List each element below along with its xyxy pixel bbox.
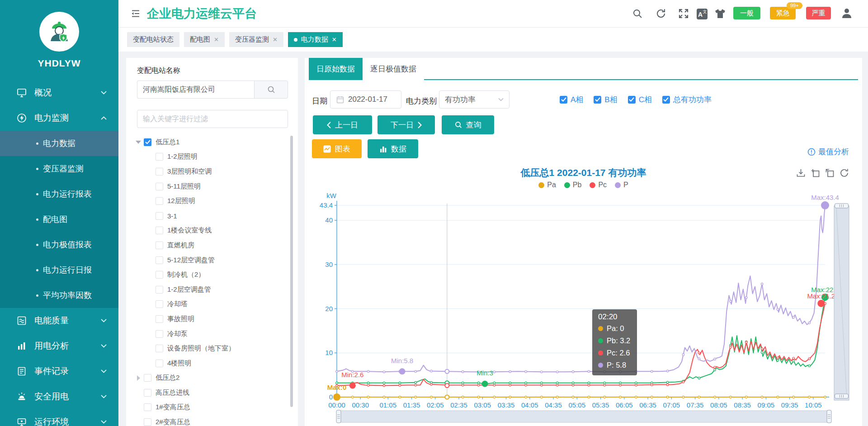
tree-checkbox[interactable] <box>156 345 163 352</box>
next-day-button[interactable]: 下一日 <box>377 115 435 134</box>
tree-checkbox[interactable] <box>156 271 163 279</box>
phase-checkbox-总有功功率[interactable]: 总有功功率 <box>662 95 712 105</box>
tree-checkbox[interactable] <box>156 286 163 293</box>
sidebar-item-5[interactable]: 安全用电 <box>0 384 118 409</box>
tree-node-1-2层空调盘管[interactable]: 1-2层空调盘管 <box>126 282 294 297</box>
tree-node-3层照明和空调[interactable]: 3层照明和空调 <box>126 164 294 179</box>
tree-checkbox[interactable] <box>156 256 163 264</box>
datazoom-track[interactable] <box>339 411 829 422</box>
data-point <box>541 384 543 386</box>
data-point <box>462 371 464 373</box>
phase-checkbox-C相[interactable]: C相 <box>628 95 652 105</box>
y-tick-label: 10 <box>325 349 333 356</box>
tree-node-设备房照明（地下室）[interactable]: 设备房照明（地下室） <box>126 341 294 356</box>
sidebar-item-label: 电力监测 <box>34 112 69 124</box>
tree-node-1#变高压总[interactable]: 1#变高压总 <box>126 400 294 415</box>
tree-node-冷却塔[interactable]: 冷却塔 <box>126 297 294 312</box>
close-tab-icon[interactable]: ✕ <box>214 36 219 43</box>
page-tab-变配电站状态[interactable]: 变配电站状态 <box>127 32 179 47</box>
tree-checkbox[interactable] <box>144 418 151 426</box>
tree-node-冷却泵[interactable]: 冷却泵 <box>126 327 294 341</box>
sidebar-item-0[interactable]: 概况 <box>0 80 118 105</box>
tree-node-12层照明[interactable]: 12层照明 <box>126 194 294 208</box>
sidebar-subitem-电力数据[interactable]: 电力数据 <box>0 131 118 156</box>
sidebar-subitem-电力运行日报[interactable]: 电力运行日报 <box>0 257 118 283</box>
tree-node-直燃机房[interactable]: 直燃机房 <box>126 238 294 253</box>
x-tick-label: 01:05 <box>379 401 396 409</box>
page-tab-变压器监测[interactable]: 变压器监测✕ <box>229 32 283 47</box>
phase-checkbox-B相[interactable]: B相 <box>594 95 617 105</box>
max-analysis-link[interactable]: 最值分析 <box>807 147 849 157</box>
close-tab-icon[interactable]: ✕ <box>332 36 337 43</box>
sidebar-subitem-电力运行报表[interactable]: 电力运行报表 <box>0 181 118 207</box>
sidebar-subitem-平均功率因数[interactable]: 平均功率因数 <box>0 283 118 308</box>
sidebar-item-2[interactable]: 电能质量 <box>0 308 118 333</box>
station-search-input[interactable] <box>137 80 254 99</box>
sidebar-item-3[interactable]: 用电分析 <box>0 333 118 359</box>
tree-checkbox[interactable] <box>156 300 163 308</box>
tab-daily-extreme-data[interactable]: 逐日极值数据 <box>363 58 424 80</box>
tree-node-高压总进线[interactable]: 高压总进线 <box>126 385 294 400</box>
station-search-button[interactable] <box>254 80 288 99</box>
chevron-right-icon <box>418 122 422 128</box>
datazoom-horizontal[interactable] <box>336 410 831 423</box>
caret-down-icon[interactable] <box>136 141 141 144</box>
tree-filter-input[interactable] <box>137 110 288 128</box>
tree-checkbox[interactable] <box>156 360 163 367</box>
collapse-sidebar-icon[interactable] <box>131 9 141 20</box>
tree-node-4楼照明[interactable]: 4楼照明 <box>126 356 294 371</box>
tree-checkbox[interactable] <box>156 153 163 161</box>
tree-checkbox[interactable] <box>144 403 151 411</box>
tree-node-5-11层照明[interactable]: 5-11层照明 <box>126 179 294 194</box>
close-tab-icon[interactable]: ✕ <box>273 36 278 43</box>
sidebar-subitem-变压器监测[interactable]: 变压器监测 <box>0 156 118 181</box>
tree-checkbox[interactable] <box>144 374 151 382</box>
tree-checkbox[interactable] <box>144 389 151 397</box>
tree-checkbox[interactable] <box>144 138 151 146</box>
tree-checkbox[interactable] <box>156 227 163 234</box>
tree-checkbox[interactable] <box>156 197 163 205</box>
prev-day-button[interactable]: 上一日 <box>313 115 372 134</box>
sidebar-subitem-配电图[interactable]: 配电图 <box>0 207 118 232</box>
refresh-icon[interactable] <box>656 8 666 19</box>
query-button[interactable]: 查询 <box>442 115 494 134</box>
tree-checkbox[interactable] <box>156 212 163 220</box>
tree-node-2#变高压总[interactable]: 2#变高压总 <box>126 415 294 426</box>
tree-node-5-12层空调盘管[interactable]: 5-12层空调盘管 <box>126 253 294 268</box>
page-tab-电力数据[interactable]: 电力数据✕ <box>288 32 343 47</box>
tree-checkbox[interactable] <box>156 168 163 175</box>
tab-daily-raw-data[interactable]: 日原始数据 <box>309 58 363 80</box>
caret-right-icon[interactable] <box>137 375 140 381</box>
power-line-chart[interactable]: kW01020304043.400:0000:3001:0501:3502:05… <box>305 163 862 426</box>
data-view-button[interactable]: 数据 <box>368 139 418 158</box>
tree-checkbox[interactable] <box>156 183 163 190</box>
fullscreen-icon[interactable] <box>678 8 689 19</box>
sidebar-item-4[interactable]: 事件记录 <box>0 359 118 384</box>
sidebar-item-1[interactable]: 电力监测 <box>0 105 118 131</box>
category-select[interactable]: 有功功率 <box>439 90 509 109</box>
theme-icon[interactable] <box>714 8 726 19</box>
tree-node-低压总1[interactable]: 低压总1 <box>126 135 294 150</box>
user-icon[interactable] <box>841 7 853 19</box>
tree-node-低压总2[interactable]: 低压总2 <box>126 371 294 386</box>
page-tab-配电图[interactable]: 配电图✕ <box>184 32 225 47</box>
tree-checkbox[interactable] <box>156 330 163 338</box>
tree-node-3-1[interactable]: 3-1 <box>126 208 294 223</box>
alarm-button-一般[interactable]: 一般 <box>733 7 760 19</box>
translate-icon[interactable]: A文 <box>696 8 708 20</box>
tree-node-1-2层照明[interactable]: 1-2层照明 <box>126 150 294 165</box>
tree-checkbox[interactable] <box>156 315 163 323</box>
tree-node-1楼会议室专线[interactable]: 1楼会议室专线 <box>126 223 294 238</box>
sidebar-item-6[interactable]: 运行环境 <box>0 409 118 426</box>
datazoom-vertical[interactable] <box>834 204 849 400</box>
tree-node-事故照明[interactable]: 事故照明 <box>126 312 294 327</box>
search-icon[interactable] <box>632 8 643 19</box>
alarm-button-严重[interactable]: 严重 <box>806 7 831 19</box>
date-input[interactable]: 2022-01-17 <box>330 90 401 109</box>
tree-scrollbar[interactable] <box>290 136 293 407</box>
sidebar-subitem-电力极值报表[interactable]: 电力极值报表 <box>0 232 118 257</box>
chart-view-button[interactable]: 图表 <box>312 139 362 158</box>
phase-checkbox-A相[interactable]: A相 <box>560 95 583 105</box>
tree-node-制冷机（2）[interactable]: 制冷机（2） <box>126 267 294 282</box>
tree-checkbox[interactable] <box>156 241 163 249</box>
